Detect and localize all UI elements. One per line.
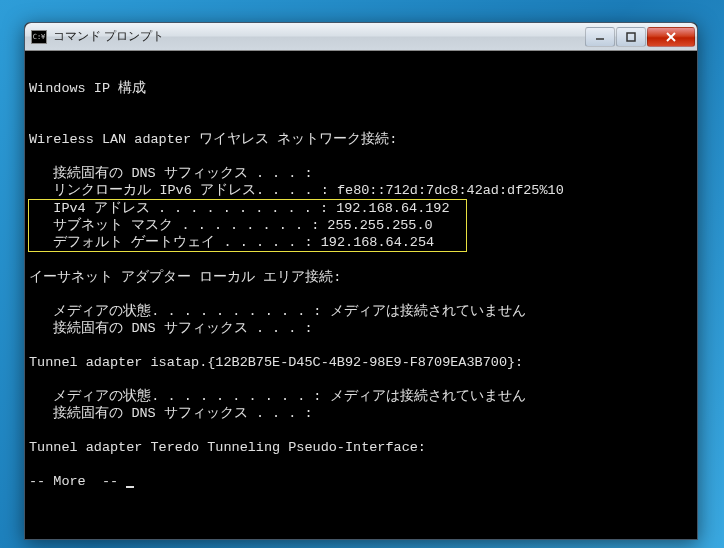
ethernet-dns-suffix: 接続固有の DNS サフィックス . . . : [29,321,313,336]
cursor [126,486,134,488]
app-icon: C:¥ [31,30,47,44]
wlan-ipv4: IPv4 アドレス . . . . . . . . . . : 192.168.… [29,201,466,216]
wlan-gateway: デフォルト ゲートウェイ . . . . . : 192.168.64.254 [29,235,450,250]
highlighted-ip-info: IPv4 アドレス . . . . . . . . . . : 192.168.… [28,199,467,252]
ethernet-adapter-header: イーサネット アダプター ローカル エリア接続: [29,270,341,285]
more-prompt: -- More -- [29,474,126,489]
wlan-ipv6: リンクローカル IPv6 アドレス. . . . : fe80::712d:7d… [29,183,564,198]
terminal-output[interactable]: Windows IP 構成 Wireless LAN adapter ワイヤレス… [25,51,697,539]
maximize-button[interactable] [616,27,646,47]
minimize-button[interactable] [585,27,615,47]
titlebar[interactable]: C:¥ コマンド プロンプト [25,23,697,51]
isatap-dns-suffix: 接続固有の DNS サフィックス . . . : [29,406,313,421]
window-controls [584,27,695,47]
ethernet-media-state: メディアの状態. . . . . . . . . . : メディアは接続されてい… [29,304,526,319]
wlan-subnet: サブネット マスク . . . . . . . . : 255.255.255.… [29,218,457,233]
isatap-media-state: メディアの状態. . . . . . . . . . : メディアは接続されてい… [29,389,526,404]
close-button[interactable] [647,27,695,47]
wlan-dns-suffix: 接続固有の DNS サフィックス . . . : [29,166,313,181]
close-icon [665,32,677,42]
minimize-icon [595,32,605,42]
svg-rect-1 [627,33,635,41]
command-prompt-window: C:¥ コマンド プロンプト Windows IP 構成 Wireless LA… [24,22,698,540]
ipconfig-header: Windows IP 構成 [29,81,146,96]
maximize-icon [626,32,636,42]
wlan-adapter-header: Wireless LAN adapter ワイヤレス ネットワーク接続: [29,132,397,147]
teredo-adapter-header: Tunnel adapter Teredo Tunneling Pseudo-I… [29,440,426,455]
window-title: コマンド プロンプト [53,28,584,45]
isatap-adapter-header: Tunnel adapter isatap.{12B2B75E-D45C-4B9… [29,355,523,370]
